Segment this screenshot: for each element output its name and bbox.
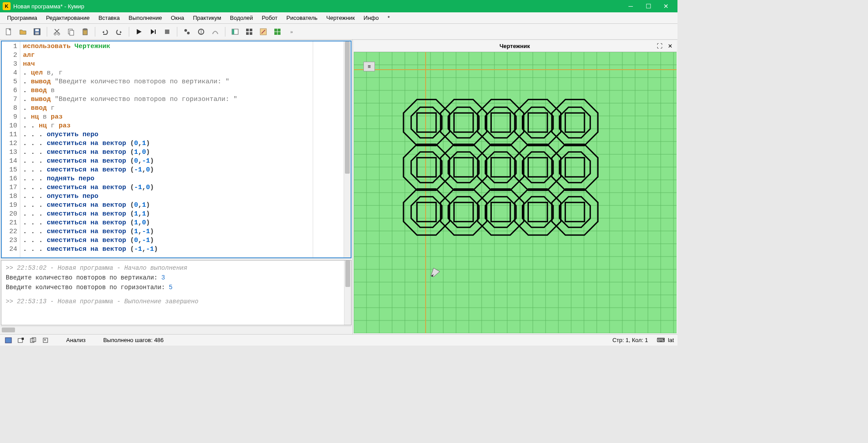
menu-item-5[interactable]: Практикум [188, 13, 225, 23]
editor-hscrollbar[interactable] [1, 326, 352, 333]
redo-icon[interactable] [113, 26, 125, 38]
right-pane: Чертежник ⛶ ✕ ≡ [354, 41, 677, 333]
svg-marker-83 [411, 107, 442, 138]
panel4-icon[interactable] [271, 26, 284, 38]
status-analysis: Анализ [66, 337, 86, 343]
status-keyboard-icon[interactable]: ⌨ [657, 337, 665, 343]
menu-item-1[interactable]: Редактирование [41, 13, 94, 23]
stop-icon[interactable] [161, 26, 173, 38]
svg-marker-116 [448, 197, 479, 227]
minimize-button[interactable]: ─ [622, 0, 640, 12]
menu-item-3[interactable]: Выполнение [124, 13, 166, 23]
drawer-title: Чертежник [374, 43, 655, 49]
maximize-button[interactable]: ☐ [640, 0, 657, 12]
canvas-menu-icon[interactable]: ≡ [363, 62, 375, 71]
panel2-icon[interactable] [243, 26, 255, 38]
status-cursor-pos: Стр: 1, Кол: 1 [612, 337, 648, 343]
drawer-close-icon[interactable]: ✕ [666, 42, 674, 50]
menu-item-4[interactable]: Окна [166, 13, 188, 23]
new-file-icon[interactable] [3, 26, 15, 38]
svg-marker-11 [102, 31, 104, 34]
status-icon-2[interactable] [16, 336, 26, 345]
menu-item-11[interactable]: * [383, 13, 394, 23]
svg-rect-130 [22, 338, 24, 340]
svg-point-17 [184, 29, 187, 32]
run-icon[interactable] [133, 26, 145, 38]
menu-item-6[interactable]: Водолей [225, 13, 257, 23]
toolbar: » [0, 24, 677, 40]
svg-marker-12 [120, 31, 122, 34]
svg-marker-13 [137, 29, 142, 34]
menu-item-2[interactable]: Вставка [94, 13, 124, 23]
svg-marker-93 [552, 100, 598, 145]
svg-rect-10 [84, 29, 86, 30]
svg-rect-22 [246, 29, 249, 31]
svg-rect-23 [250, 29, 252, 31]
svg-marker-89 [485, 107, 516, 138]
status-icon-3[interactable] [28, 336, 38, 345]
panel3-icon[interactable] [257, 26, 269, 38]
menu-item-0[interactable]: Программа [3, 13, 41, 23]
status-icon-1[interactable] [4, 336, 13, 345]
menu-item-9[interactable]: Чертежник [322, 13, 359, 23]
app-window: K Новая программа* - Кумир ─ ☐ ✕ Програм… [0, 0, 677, 346]
code-editor[interactable]: 123456789101112131415161718192021222324 … [1, 41, 352, 258]
line-gutter: 123456789101112131415161718192021222324 [2, 41, 20, 257]
editor-vscrollbar[interactable] [344, 41, 351, 257]
copy-icon[interactable] [65, 26, 77, 38]
output-meta-end: >> 22:53:13 - Новая программа - Выполнен… [6, 297, 340, 306]
save-file-icon[interactable] [31, 26, 43, 38]
output-line-1: Введите количество повторов по вертикали… [6, 273, 340, 283]
step-icon[interactable] [147, 26, 159, 38]
cut-icon[interactable] [51, 26, 63, 38]
open-file-icon[interactable] [17, 26, 29, 38]
svg-marker-113 [411, 197, 442, 227]
code-area[interactable]: использовать Чертежникалгнач. цел в, г. … [20, 41, 313, 257]
menu-item-8[interactable]: Рисователь [282, 13, 322, 23]
tool2-icon[interactable] [195, 26, 207, 38]
close-button[interactable]: ✕ [657, 0, 675, 12]
output-line-2: Введите количество повторов по горизонта… [6, 283, 340, 292]
svg-point-18 [187, 32, 190, 34]
svg-rect-8 [70, 30, 74, 35]
output-meta-start: >> 22:53:02 - Новая программа - Начало в… [6, 263, 340, 273]
titlebar: K Новая программа* - Кумир ─ ☐ ✕ [0, 0, 677, 12]
paste-icon[interactable] [79, 26, 91, 38]
svg-rect-128 [5, 338, 11, 343]
svg-marker-14 [151, 29, 154, 34]
left-pane: 123456789101112131415161718192021222324 … [0, 40, 353, 334]
svg-rect-24 [246, 32, 249, 35]
svg-marker-95 [560, 107, 591, 138]
svg-marker-122 [523, 197, 554, 227]
menu-item-7[interactable]: Робот [258, 13, 282, 23]
drawer-header: Чертежник ⛶ ✕ [354, 41, 677, 52]
app-icon: K [3, 2, 11, 10]
drawer-maximize-icon[interactable]: ⛶ [655, 42, 663, 50]
svg-marker-87 [478, 100, 524, 145]
svg-marker-119 [485, 197, 516, 227]
more-icon[interactable]: » [285, 26, 298, 38]
status-lang[interactable]: lat [668, 337, 674, 343]
svg-marker-125 [560, 197, 591, 227]
menubar: ПрограммаРедактированиеВставкаВыполнение… [0, 12, 677, 24]
svg-rect-16 [165, 30, 169, 34]
svg-marker-84 [441, 100, 486, 145]
tool1-icon[interactable] [181, 26, 193, 38]
margin-column [313, 41, 344, 257]
tool3-icon[interactable] [209, 26, 221, 38]
svg-marker-123 [552, 189, 598, 235]
panel1-icon[interactable] [229, 26, 241, 38]
window-title: Новая программа* - Кумир [13, 3, 622, 10]
svg-marker-86 [448, 107, 479, 138]
svg-marker-90 [515, 100, 561, 145]
drawing-canvas[interactable]: ≡ [354, 52, 677, 333]
undo-icon[interactable] [99, 26, 111, 38]
svg-rect-4 [35, 32, 39, 34]
svg-marker-81 [404, 100, 449, 145]
svg-rect-3 [35, 29, 39, 31]
output-panel: >> 22:53:02 - Новая программа - Начало в… [1, 260, 352, 325]
output-vscrollbar[interactable] [344, 261, 351, 325]
status-steps: Выполнено шагов: 486 [103, 337, 164, 343]
menu-item-10[interactable]: Инфо [359, 13, 383, 23]
status-icon-4[interactable] [41, 336, 50, 345]
